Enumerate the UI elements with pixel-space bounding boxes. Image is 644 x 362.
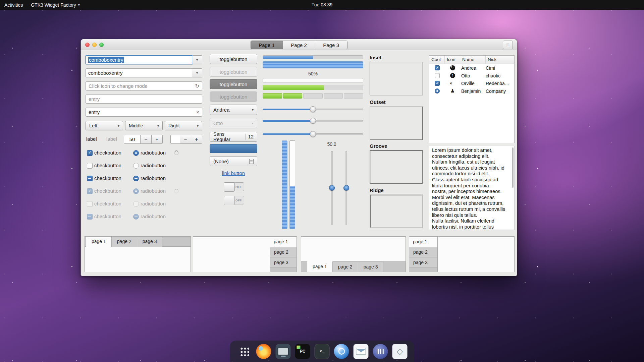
mode-entry[interactable]: Click icon to change mode ↻ <box>86 81 202 90</box>
checkbutton[interactable] <box>87 163 93 169</box>
clock[interactable]: Tue 08:39 <box>312 0 333 10</box>
notebook-tab[interactable]: page 3 <box>270 257 297 268</box>
tree-row[interactable]: Andrea Cimi <box>429 64 514 72</box>
spin-plus-button[interactable]: + <box>151 135 163 144</box>
check-radio-row: checkbutton radiobutton <box>86 188 202 201</box>
checkbutton[interactable] <box>87 188 93 194</box>
notebook-tab[interactable]: page 2 <box>333 262 358 272</box>
notebook-tab[interactable]: page 3 <box>137 237 163 247</box>
font-size: 12 <box>248 134 254 139</box>
font-button[interactable]: Sans Regular 12 <box>210 132 257 142</box>
tree-column-header[interactable]: Cool <box>429 56 445 64</box>
tree-body: Andrea Cimi Otto chaotic <box>429 64 514 95</box>
notebook-tab[interactable]: page 3 <box>358 262 384 272</box>
plain-entry[interactable]: entry <box>86 95 202 104</box>
checkbutton[interactable] <box>87 150 93 156</box>
row-checkbox[interactable] <box>435 81 440 86</box>
spin-minus-button[interactable]: − <box>140 135 152 144</box>
slider-handle[interactable] <box>310 118 316 124</box>
notebook-tab[interactable]: page 1 <box>409 237 437 247</box>
radiobutton[interactable] <box>133 201 139 207</box>
row-checkbox[interactable] <box>435 73 440 78</box>
clearable-entry[interactable]: entry × <box>86 108 202 117</box>
combo-button[interactable]: Right ▾ <box>165 121 202 130</box>
check-radio-rows: checkbutton radiobutton checkbutton radi… <box>86 150 202 226</box>
notebook-tab[interactable]: page 1 <box>86 237 112 247</box>
checkbutton-label: checkbutton <box>94 201 121 206</box>
scale-slider-3[interactable] <box>263 131 363 137</box>
text-line: Nulla facilisi. Nullam eleifend <box>432 218 512 224</box>
app-menu[interactable]: GTK3 Widget Factory ▾ <box>31 2 80 8</box>
togglebutton[interactable]: togglebutton <box>210 54 257 64</box>
switch-2[interactable]: OFF <box>224 196 244 204</box>
combobox-name-insensitive: Otto ▾ <box>210 118 257 128</box>
scale-slider-1[interactable] <box>263 106 363 112</box>
text-line: tellus lectus rutrum mi, a convallis <box>432 206 512 213</box>
combo-button[interactable]: Left ▾ <box>86 121 123 130</box>
slider-handle[interactable] <box>310 106 316 112</box>
notebook-tab[interactable]: page 2 <box>409 247 437 257</box>
combo-button[interactable]: Middle ▾ <box>125 121 163 130</box>
switch-1[interactable]: OFF <box>224 182 244 191</box>
pycharm-icon[interactable] <box>295 344 310 359</box>
icon-cell <box>445 73 460 78</box>
comboboxentry-input[interactable]: comboboxentry <box>86 68 192 77</box>
terminal-icon[interactable] <box>315 344 330 359</box>
combo-dropdown-button[interactable]: ▾ <box>192 68 202 77</box>
radiobutton[interactable] <box>133 176 139 181</box>
tree-column-header[interactable]: Nick <box>486 56 514 64</box>
refresh-icon[interactable]: ↻ <box>195 83 199 89</box>
togglebutton-active[interactable]: togglebutton <box>210 79 257 89</box>
file-chooser-button[interactable]: (None) <box>210 156 257 166</box>
frame-label: Inset <box>370 55 423 61</box>
notebook-tab[interactable]: page 1 <box>270 237 297 247</box>
comboboxentry-input[interactable]: comboboxentry <box>86 55 192 64</box>
radiobutton[interactable] <box>133 163 139 169</box>
tree-column-header[interactable]: Icon <box>445 56 460 64</box>
spin-plus-button[interactable]: + <box>191 135 202 144</box>
activities-button[interactable]: Activities <box>4 2 23 8</box>
spin-minus-button[interactable]: − <box>180 135 191 144</box>
radiobutton-label: radiobutton <box>141 214 166 219</box>
notebook-tab[interactable]: page 3 <box>409 257 437 268</box>
firefox-icon[interactable] <box>256 344 271 359</box>
radiobutton[interactable] <box>133 150 139 156</box>
audio-app-icon[interactable] <box>373 344 388 359</box>
combobox-name[interactable]: Andrea ▾ <box>210 105 257 115</box>
tree-column-header[interactable]: Name <box>460 56 486 64</box>
scale-slider-2[interactable] <box>263 118 363 124</box>
notebook-tab[interactable]: page 1 <box>307 261 333 272</box>
checkbutton[interactable] <box>87 176 93 181</box>
radiobutton[interactable] <box>133 188 139 194</box>
3d-viewer-icon[interactable] <box>392 344 408 359</box>
notebook-tab[interactable]: page 2 <box>270 247 297 257</box>
tree-row[interactable]: Benjamin Company <box>429 87 514 95</box>
combo-dropdown-button[interactable]: ▾ <box>192 55 202 64</box>
chevron-down-icon: ▾ <box>196 71 198 75</box>
disk-utility-icon[interactable] <box>334 344 349 359</box>
tree-row[interactable]: Orville Redenba… <box>429 79 514 87</box>
color-button[interactable] <box>210 144 257 153</box>
slider-handle[interactable] <box>310 131 316 137</box>
link-button[interactable]: link button <box>210 170 257 176</box>
checkbutton[interactable] <box>87 214 93 220</box>
checkbutton[interactable] <box>87 201 93 207</box>
clear-icon[interactable]: × <box>196 109 199 115</box>
row-checkbox[interactable] <box>435 88 440 94</box>
spinbutton-2: − + <box>170 135 202 144</box>
radiobutton[interactable] <box>133 214 139 220</box>
notebook-tab[interactable]: page 2 <box>112 237 137 247</box>
spin-value[interactable] <box>170 135 180 144</box>
textview[interactable]: Lorem ipsum dolor sit amet,consectetur a… <box>429 146 515 230</box>
slider-handle[interactable] <box>329 185 335 191</box>
row-checkbox[interactable] <box>435 65 440 70</box>
check-radio-row: checkbutton radiobutton <box>86 163 202 175</box>
app-grid-icon[interactable] <box>237 344 252 359</box>
scrollbar[interactable] <box>512 147 514 188</box>
tree-row[interactable]: Otto chaotic <box>429 72 514 79</box>
computer-icon[interactable] <box>276 344 291 359</box>
text-line: Nullam fringilla, est ut feugiat <box>432 159 512 165</box>
mail-icon[interactable] <box>354 344 369 359</box>
spin-value[interactable]: 50 <box>124 135 141 144</box>
slider-handle[interactable] <box>343 185 349 191</box>
